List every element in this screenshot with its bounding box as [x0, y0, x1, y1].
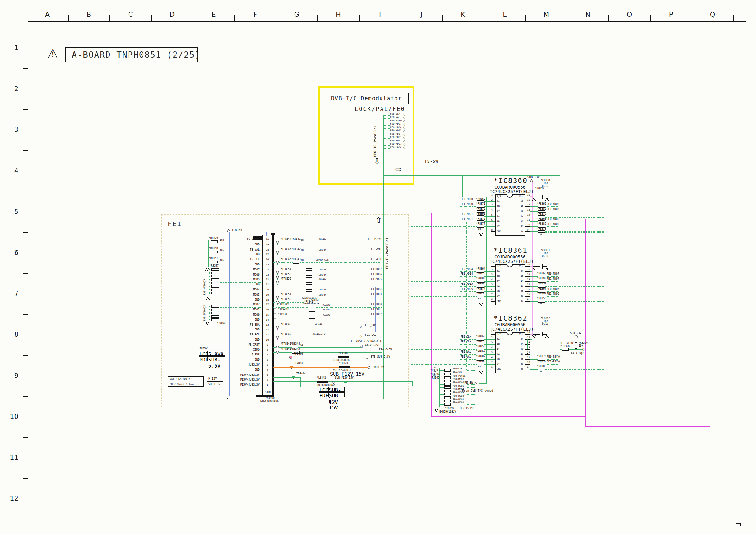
value-label: 16V: [543, 182, 548, 185]
wire: [484, 286, 495, 287]
wire: [530, 232, 538, 232]
pin-name: MD01: [251, 308, 259, 312]
wire-dashed: [220, 292, 262, 292]
pin-number: 10: [264, 339, 270, 342]
wire-dashed: [383, 122, 390, 122]
ref-label: *R8365: [476, 283, 485, 285]
wire: [440, 404, 444, 405]
net-label: FE1-VAL: [368, 248, 382, 252]
pin-name: SUB3.3V: [245, 363, 259, 367]
pin-number: 1: [487, 264, 493, 267]
net-label: SUB-F12V-15V: [335, 377, 354, 379]
pin-name: OE: [514, 270, 523, 274]
pin-name: GND: [497, 230, 501, 233]
wire: [484, 354, 495, 355]
pin-name: F15V/SUB3.3V: [237, 383, 259, 387]
pin-name: GND: [252, 338, 259, 342]
pin-number: 9: [527, 298, 529, 301]
wire: [273, 287, 375, 287]
ref-label: *R8349: [209, 237, 218, 240]
guard-label: GUARD: [314, 323, 324, 327]
grid-row-label: 4: [6, 168, 18, 175]
signal-arrow-icon: ◁: [403, 113, 405, 116]
wire-dashed: [460, 216, 477, 217]
wire-dashed: [460, 344, 477, 345]
wire-dashed: [545, 286, 605, 287]
wire-dashed: [547, 359, 559, 360]
net-label: FE1-XIRQ: [560, 342, 573, 345]
wire: [484, 271, 495, 272]
region-border-dashed: [409, 215, 409, 407]
wire: [484, 281, 495, 282]
value-label: 0.1u: [542, 323, 548, 325]
wire-dashed: [460, 286, 477, 287]
pin-name: MD05: [251, 278, 259, 282]
wire-dashed: [547, 206, 559, 207]
pin-name: FE_SDA: [247, 323, 259, 327]
resistor: [211, 318, 219, 321]
grid-col-label: M: [543, 12, 550, 19]
pin-name: 3A: [514, 358, 523, 362]
resistor: [309, 316, 315, 319]
ref-label: *R8363: [537, 218, 546, 220]
resistor: [444, 386, 451, 389]
resistor: [293, 261, 299, 264]
resistor: [444, 380, 451, 382]
pin-name: TS_CLK: [247, 258, 259, 262]
testpoint-label: *TP8346: [281, 258, 291, 261]
wire: [484, 339, 495, 340]
pin-name: MD02: [251, 303, 259, 307]
pin-name: GND: [252, 358, 259, 362]
pin-name: 2Y: [497, 363, 500, 365]
junction-dot: [208, 272, 210, 274]
wire-dashed: [273, 272, 382, 272]
value-label: 68: [540, 303, 542, 305]
grid-row-tick: [23, 191, 28, 192]
signal-arrow-icon: ◁: [403, 116, 405, 119]
net-label: P-15V: [208, 377, 217, 380]
wire-dashed: [383, 118, 390, 119]
connector-diamond-icon: ◇: [360, 325, 362, 328]
pin-number: 4: [265, 369, 269, 372]
terminal-circle: [276, 336, 279, 339]
wire-dashed: [411, 296, 477, 297]
ground-icon: [226, 398, 230, 400]
pin-name: TS_VAL: [247, 248, 259, 252]
grid-row-tick: [23, 478, 28, 479]
grid-row-label: 8: [6, 331, 18, 339]
junction-dot: [277, 329, 278, 330]
wire: [479, 383, 487, 384]
guard-label: GUARD: [322, 304, 332, 307]
resistor: [211, 305, 219, 308]
wire: [540, 195, 541, 199]
resistor: [309, 313, 315, 315]
wire: [484, 206, 495, 207]
resistor: [293, 241, 299, 243]
wire-dashed: [411, 349, 477, 350]
pin-stub: [525, 267, 530, 267]
resistor: [444, 383, 451, 386]
grid-col-tick: [691, 14, 692, 21]
wire-dashed: [460, 354, 477, 355]
wire: [576, 338, 576, 343]
grid-row-tick: [23, 314, 28, 315]
ground-icon: [434, 409, 438, 412]
wire: [273, 367, 368, 368]
wire-dashed: [411, 281, 477, 282]
ground-icon: [479, 233, 483, 236]
pin-name: GND: [252, 253, 259, 257]
junction-dot: [439, 384, 440, 385]
junction-dot: [292, 376, 294, 378]
wire-dashed: [547, 292, 559, 292]
pin-name: MD07: [251, 268, 259, 272]
pin-number: 9: [265, 344, 269, 347]
ref-label: *R8375: [476, 340, 485, 343]
pin-number: 7: [265, 354, 269, 357]
junction-dot: [229, 246, 230, 248]
resistor: [444, 373, 451, 375]
ref-label: *R8379: [537, 213, 546, 215]
resistor: [211, 241, 218, 243]
junction-dot: [229, 342, 230, 343]
testpoint-label: TP8404: [296, 372, 306, 375]
pin-number: 17: [264, 303, 270, 307]
